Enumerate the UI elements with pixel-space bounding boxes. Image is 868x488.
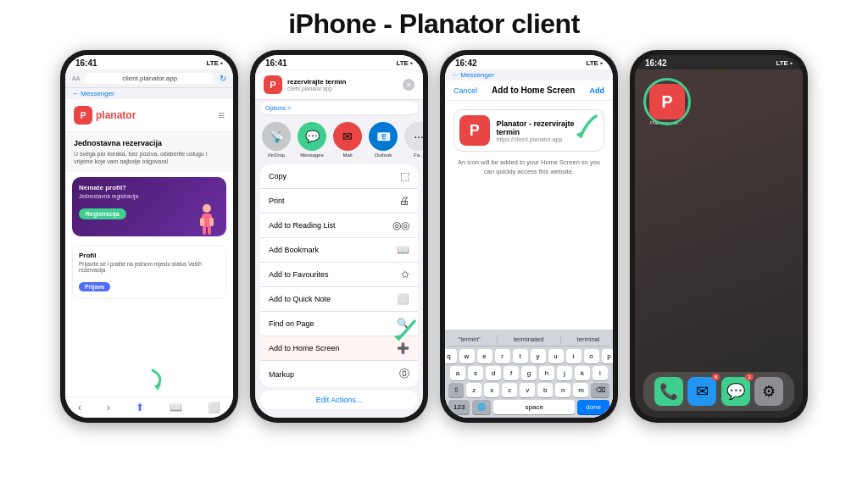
add-home-desc: An icon will be added to your Home Scree…	[453, 158, 604, 176]
key-shift[interactable]: ⇧	[448, 383, 464, 397]
registracija-button[interactable]: Registracija	[79, 208, 126, 219]
key-a[interactable]: a	[450, 366, 465, 380]
add-button[interactable]: Add	[590, 86, 605, 95]
favourites-item[interactable]: Add to Favourites ✩	[260, 263, 418, 287]
quick-note-item[interactable]: Add to Quick Note ⬜	[260, 287, 418, 312]
key-e[interactable]: e	[477, 349, 492, 363]
key-delete[interactable]: ⌫	[591, 383, 609, 397]
status-time-1: 16:41	[75, 58, 97, 68]
suggestion-2[interactable]: terminated	[510, 336, 547, 343]
hamburger-icon[interactable]: ≡	[218, 108, 225, 122]
key-done[interactable]: done	[577, 400, 609, 414]
print-icon: 🖨	[399, 195, 409, 207]
key-j[interactable]: j	[557, 366, 572, 380]
copy-menu-item[interactable]: Copy ⬚	[260, 164, 418, 189]
mail-icon-item[interactable]: ✉ Mail	[333, 122, 362, 158]
copy-icon: ⬚	[400, 170, 409, 182]
print-menu-item[interactable]: Print 🖨	[260, 189, 418, 214]
more-icon-item[interactable]: ··· Fa...	[404, 122, 423, 158]
key-c[interactable]: c	[502, 383, 517, 397]
edit-actions[interactable]: Edit Actions...	[260, 391, 418, 409]
add-home-title: Add to Home Screen	[477, 86, 589, 95]
browser-url-1[interactable]: client.planator.app	[85, 73, 214, 84]
mail-icon: ✉	[333, 122, 362, 151]
dock-messages[interactable]: 💬 1	[719, 377, 753, 406]
key-t[interactable]: t	[513, 349, 528, 363]
key-k[interactable]: k	[575, 366, 590, 380]
key-q[interactable]: q	[445, 349, 457, 363]
hero-section: Jednostavna rezervacija U svega par kora…	[65, 132, 233, 172]
markup-icon: ⓪	[399, 367, 409, 381]
card2-title: Profil	[79, 252, 220, 259]
prijava-button[interactable]: Prijava	[79, 282, 110, 291]
share-close-button[interactable]: ✕	[403, 79, 415, 91]
status-bar-1: 16:41 LTE ▪	[65, 55, 233, 69]
hero-title: Jednostavna rezervacija	[74, 139, 225, 147]
key-r[interactable]: r	[495, 349, 510, 363]
suggestion-1[interactable]: "termin"	[455, 336, 484, 343]
add-to-home-item[interactable]: Add to Home Screen ➕	[260, 336, 418, 361]
dock-phone[interactable]: 📞	[652, 377, 686, 406]
dock-settings[interactable]: ⚙	[753, 377, 787, 406]
key-s[interactable]: s	[468, 366, 483, 380]
find-on-page-icon: 🔍	[397, 318, 409, 330]
reading-list-item[interactable]: Add to Reading List ◎◎	[260, 214, 418, 238]
bookmark-item[interactable]: Add Bookmark 📖	[260, 238, 418, 263]
status-time-2: 16:41	[265, 58, 287, 68]
key-p[interactable]: p	[602, 349, 614, 363]
phone-4: 16:42 LTE ▪ P Planator-rez...	[630, 50, 808, 423]
key-u[interactable]: u	[548, 349, 564, 363]
kb-row-3: ⇧ z x c v b n m ⌫	[448, 383, 609, 397]
airdrop-icon: 📡	[262, 122, 291, 151]
key-f[interactable]: f	[504, 366, 519, 380]
share-url: client.planator.app	[287, 86, 346, 92]
share-sheet-header: P rezervirajte termin client.planator.ap…	[255, 70, 423, 100]
back-icon[interactable]: ‹	[78, 402, 81, 413]
tabs-icon[interactable]: ⬜	[208, 402, 220, 413]
bookmarks-icon[interactable]: 📖	[170, 402, 182, 413]
key-b[interactable]: b	[537, 383, 553, 397]
key-globe[interactable]: 🌐	[472, 400, 491, 414]
key-w[interactable]: w	[459, 349, 475, 363]
find-on-page-item[interactable]: Find on Page 🔍	[260, 312, 418, 336]
share-title: rezervirajte termin	[287, 78, 346, 86]
share-menu: Copy ⬚ Print 🖨 Add to Reading List ◎◎	[260, 164, 418, 387]
key-n[interactable]: n	[555, 383, 570, 397]
dock-mail[interactable]: ✉ 5	[686, 377, 720, 406]
key-123[interactable]: 123	[448, 400, 470, 414]
add-to-home-label: Add to Home Screen	[269, 344, 340, 352]
key-v[interactable]: v	[520, 383, 535, 397]
key-z[interactable]: z	[466, 383, 481, 397]
key-x[interactable]: x	[484, 383, 499, 397]
airdrop-icon-item[interactable]: 📡 AirDrop	[262, 122, 291, 158]
key-l[interactable]: l	[593, 366, 608, 380]
planator-logo-text: planator	[96, 109, 136, 121]
key-h[interactable]: h	[539, 366, 554, 380]
share-options[interactable]: Options >	[260, 102, 418, 115]
back-nav-1[interactable]: ← Messenger	[65, 88, 233, 99]
share-icon[interactable]: ⬆	[136, 402, 144, 413]
key-o[interactable]: o	[584, 349, 599, 363]
key-space[interactable]: space	[493, 400, 575, 414]
cancel-button[interactable]: Cancel	[453, 86, 477, 95]
back-nav-3[interactable]: ← Messenger	[445, 69, 613, 80]
key-d[interactable]: d	[486, 366, 501, 380]
messages-icon: 💬	[298, 122, 326, 151]
refresh-icon-1[interactable]: ↻	[220, 74, 226, 83]
key-m[interactable]: m	[573, 383, 588, 397]
mail-label: Mail	[342, 152, 352, 158]
key-i[interactable]: i	[566, 349, 581, 363]
status-time-3: 16:42	[455, 58, 477, 68]
key-y[interactable]: y	[531, 349, 546, 363]
suggestion-3[interactable]: terminal	[574, 336, 604, 343]
markup-item[interactable]: Markup ⓪	[260, 361, 418, 387]
phone-1-screen: 16:41 LTE ▪ AA client.planator.app ↻ ← M…	[65, 55, 233, 418]
messages-icon-item[interactable]: 💬 Messages	[298, 122, 326, 158]
key-g[interactable]: g	[521, 366, 537, 380]
planator-circled-icon[interactable]: P	[649, 84, 685, 119]
forward-icon[interactable]: ›	[107, 402, 110, 413]
outlook-icon-item[interactable]: 📧 Outlook	[369, 122, 398, 158]
bottom-nav-1: ‹ › ⬆ 📖 ⬜	[65, 396, 233, 418]
status-icons-1: LTE ▪	[206, 59, 223, 67]
status-icons-4: LTE ▪	[776, 59, 793, 67]
